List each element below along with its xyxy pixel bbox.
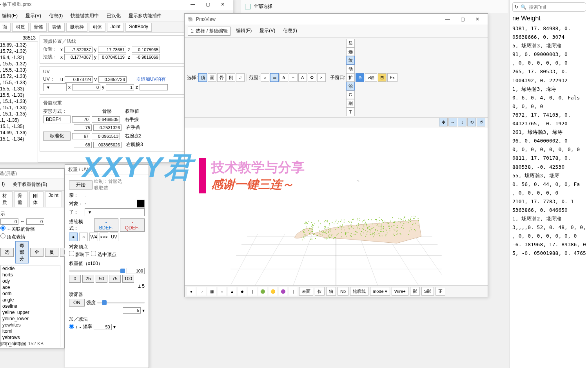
spray-on[interactable]: ON	[69, 299, 85, 307]
pvb-icon[interactable]: |	[289, 287, 298, 296]
wp-tab-0[interactable]: 材质	[0, 191, 13, 207]
material-list[interactable]: ecktiehortsodyaceoothangleoselineyeline_…	[0, 265, 60, 347]
ed-menu-0[interactable]: 编辑(E)	[0, 12, 20, 20]
vertex-item[interactable]: 15.5, -1.33)	[0, 92, 38, 98]
wp-menu-1[interactable]: 关于权重骨骼(B)	[10, 180, 49, 189]
range-rect-icon[interactable]: ▭	[270, 73, 279, 82]
ed-tab-2[interactable]: 骨骼	[30, 23, 47, 32]
vertex-item[interactable]: , 15.5, -1.33)	[0, 79, 38, 86]
close-icon[interactable]: ✕	[216, 0, 230, 8]
radio-related[interactable]: ←关联的骨骼	[0, 225, 35, 233]
pvb-icon[interactable]: |	[248, 287, 257, 296]
move-xy-icon[interactable]: ↔	[448, 118, 457, 126]
norm-x[interactable]	[64, 54, 93, 60]
move-all-icon[interactable]: ✥	[439, 118, 448, 126]
vaxis-button[interactable]: v轴	[365, 73, 377, 82]
chk-selected[interactable]: 选中顶点	[91, 251, 116, 258]
pvb-icon[interactable]: ▦	[207, 287, 216, 296]
vertex-item[interactable]: 15.5, -1.33)	[0, 86, 38, 92]
spray-value[interactable]	[123, 307, 141, 314]
vertex-item[interactable]: 15.72, -1.32)	[0, 48, 38, 54]
delta-icon[interactable]: δ	[279, 73, 288, 82]
pos-z[interactable]	[132, 47, 160, 53]
vertex-item[interactable]: 16.4, -1.32)	[0, 54, 38, 61]
uv-add-link[interactable]: ※追加UV的有	[136, 76, 166, 83]
vertex-list[interactable]: 15.89, -1.32)15.72, -1.32)16.4, -1.32), …	[0, 41, 38, 163]
circle-fill-icon[interactable]: ●	[69, 233, 78, 241]
uv-v[interactable]	[98, 76, 127, 83]
wp-item-1[interactable]: horts	[1, 272, 60, 278]
pv-menu-display[interactable]: 显示(V)	[257, 27, 278, 36]
pvb-9[interactable]: 正	[436, 287, 445, 296]
pvb-1[interactable]: 仅	[315, 287, 325, 296]
uv2-x[interactable]	[72, 84, 100, 90]
sub-6[interactable]: G	[346, 90, 355, 99]
chk-affect[interactable]: 影响下	[69, 251, 89, 258]
pvb-icon[interactable]: ◆	[238, 287, 247, 296]
strength-slider[interactable]	[97, 302, 145, 303]
rotate-icon[interactable]: ⟲	[467, 118, 476, 126]
wp-item-11[interactable]: yebrows	[1, 334, 60, 341]
ed-menu-3[interactable]: 快捷键禁用中	[68, 12, 101, 20]
ed-tab-6[interactable]: Joint	[107, 23, 124, 32]
bone-weight-1[interactable]	[93, 124, 122, 131]
sel-bone[interactable]: 骨	[217, 73, 226, 82]
pvb-4[interactable]: 轮廓线	[350, 287, 368, 296]
wp-btn-0[interactable]: 选	[0, 248, 14, 257]
ed-tab-4[interactable]: 显示枠	[66, 23, 87, 32]
ed-tab-1[interactable]: 材质	[12, 23, 29, 32]
uv2-z[interactable]	[140, 84, 168, 90]
sub-7[interactable]: 副	[346, 99, 355, 108]
select-all-tab[interactable]: 全部选择	[254, 3, 272, 10]
sel-vertex[interactable]: 顶	[198, 73, 207, 82]
weight-value[interactable]	[127, 268, 145, 274]
preset-100[interactable]: 100	[122, 275, 134, 283]
pvb-icon[interactable]: ○	[197, 287, 206, 296]
wp-item-10[interactable]: itomi	[1, 328, 60, 334]
more-button[interactable]: >>>	[100, 233, 108, 241]
max-icon[interactable]: ▢	[201, 0, 215, 8]
radio-plus[interactable]: + -	[69, 324, 81, 330]
refresh-icon[interactable]: ↻	[514, 4, 518, 10]
preset-75[interactable]: 75	[109, 275, 121, 283]
axis-icon[interactable]: ⊕	[356, 73, 364, 82]
freq-value[interactable]	[94, 324, 112, 330]
bdef-button[interactable]: -BDEF-	[94, 218, 118, 232]
phi-icon[interactable]: Φ	[308, 73, 316, 82]
wp-item-6[interactable]: oseline	[1, 303, 60, 309]
wp-item-7[interactable]: yeline_upper	[1, 309, 60, 316]
bone-weight-0[interactable]	[92, 116, 120, 123]
bone-idx-0[interactable]	[72, 116, 90, 123]
radio-vertex[interactable]: 顶点表情	[0, 233, 25, 240]
pv-menu-info[interactable]: 信息(I)	[281, 27, 299, 36]
pvb-6[interactable]: Wire+	[392, 287, 408, 296]
vertex-item[interactable]: 15.1, -1.34)	[0, 136, 38, 142]
pvb-icon[interactable]: ○	[218, 287, 226, 296]
bone-weight-3[interactable]	[93, 142, 122, 148]
weight-slider[interactable]	[69, 270, 125, 272]
bone-idx-1[interactable]	[74, 124, 92, 131]
vertex-item[interactable]: , 15.5, -1.33)	[0, 67, 38, 73]
mode-select[interactable]: 1: 选择 / 基础编辑	[188, 27, 230, 36]
ed-menu-5[interactable]: 显示多功能插件	[126, 12, 164, 20]
uv2-y[interactable]	[106, 84, 134, 90]
w4-button[interactable]: W4	[89, 233, 98, 241]
cross-icon[interactable]: ×	[317, 73, 326, 82]
pvb-0[interactable]: 表面	[299, 287, 313, 296]
search-input[interactable]	[529, 4, 588, 10]
sub-0[interactable]: 显	[346, 39, 355, 47]
wp-tab-3[interactable]: Joint	[45, 191, 62, 207]
pvb-8[interactable]: S影	[421, 287, 434, 296]
wp-item-9[interactable]: yewhites	[1, 322, 60, 328]
pvb-icon[interactable]: ●	[187, 287, 196, 296]
grid-icon[interactable]: ⊞	[378, 73, 387, 82]
min-icon[interactable]: —	[186, 0, 200, 8]
preset-0[interactable]: 0	[69, 275, 81, 283]
sub-2[interactable]: 绞	[346, 56, 355, 65]
preset-50[interactable]: 50	[96, 275, 107, 283]
vertex-item[interactable]: 15.1, -1.35)	[0, 123, 38, 130]
wp-menu-0[interactable]: I)	[0, 180, 7, 189]
range-circle-icon[interactable]: ○	[261, 73, 269, 82]
pvb-5[interactable]: mode ▾	[370, 287, 390, 296]
vertex-item[interactable]: , 15.1, -1.35)	[0, 111, 38, 117]
